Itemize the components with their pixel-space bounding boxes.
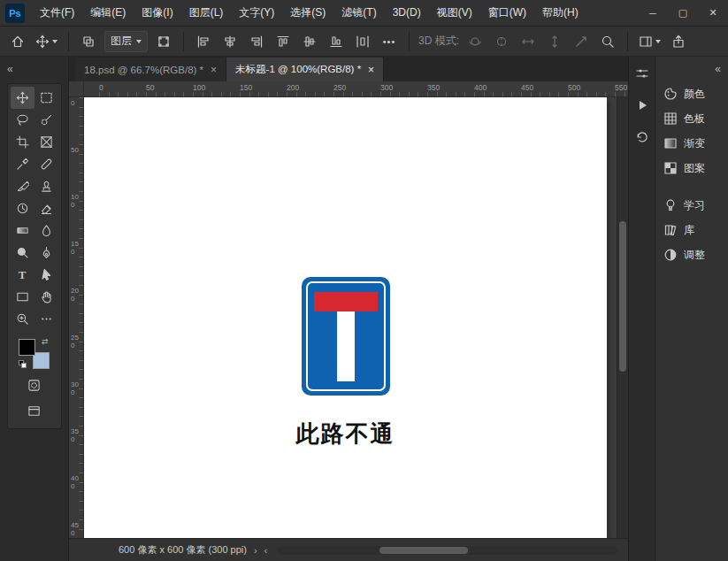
current-tool-button[interactable] [34, 31, 59, 52]
quick-mask-button[interactable] [22, 374, 46, 396]
edit-toolbar-button[interactable] [34, 308, 58, 330]
rectangular-marquee-tool[interactable] [34, 87, 58, 109]
3d-orbit-button[interactable] [464, 31, 486, 52]
foreground-color-swatch[interactable] [19, 339, 35, 356]
app-logo[interactable]: Ps [5, 4, 25, 23]
ruler-mark: 300 [380, 83, 393, 92]
blur-tool[interactable] [34, 219, 58, 242]
history-icon [635, 130, 649, 144]
move-tool[interactable] [11, 87, 34, 109]
panel-item-adjustments[interactable]: 调整 [655, 242, 728, 267]
3d-roll-button[interactable] [491, 31, 512, 52]
panel-item-swatches[interactable]: 色板 [655, 106, 728, 131]
menu-select[interactable]: 选择(S) [282, 0, 333, 26]
home-button[interactable] [7, 31, 28, 52]
brush-tool[interactable] [11, 175, 34, 197]
document-canvas[interactable]: 此路不通 [84, 97, 607, 538]
horizontal-scrollbar[interactable] [278, 546, 617, 555]
3d-slide-button[interactable] [544, 31, 565, 52]
document-tab-active[interactable]: 未标题-1 @ 100%(RGB/8) * × [226, 58, 384, 81]
swap-colors-icon[interactable]: ⇄ [42, 337, 49, 346]
ruler-origin-corner[interactable] [69, 81, 84, 97]
tab-close-icon[interactable]: × [211, 64, 217, 76]
marquee-icon [40, 91, 53, 104]
collapse-panels-icon[interactable]: « [715, 63, 721, 75]
frame-tool[interactable] [34, 131, 58, 153]
minimize-button[interactable]: ─ [638, 0, 668, 26]
default-colors-icon[interactable] [19, 360, 27, 368]
eyedropper-tool[interactable] [11, 153, 34, 175]
hand-tool[interactable] [34, 286, 58, 308]
canvas-area[interactable]: 此路不通 [84, 97, 617, 538]
type-tool[interactable]: T [11, 264, 34, 286]
menu-image[interactable]: 图像(I) [134, 0, 180, 26]
actions-panel-button[interactable] [631, 94, 654, 117]
3d-orbit-icon [468, 35, 482, 49]
menu-type[interactable]: 文字(Y) [231, 0, 282, 26]
menu-edit[interactable]: 编辑(E) [82, 0, 134, 26]
menu-3d[interactable]: 3D(D) [385, 0, 429, 26]
share-button[interactable] [668, 31, 689, 52]
panel-item-color[interactable]: 颜色 [655, 81, 728, 106]
dodge-tool[interactable] [11, 242, 34, 264]
document-area: 18.psd @ 66.7%(RGB/8) * × 未标题-1 @ 100%(R… [69, 57, 628, 561]
panel-item-patterns[interactable]: 图案 [655, 156, 728, 181]
maximize-button[interactable]: ▢ [668, 0, 698, 26]
crop-tool[interactable] [11, 131, 34, 153]
auto-select-toggle[interactable] [78, 31, 99, 52]
menu-file[interactable]: 文件(F) [32, 0, 82, 26]
history-brush-tool[interactable] [11, 197, 34, 219]
3d-scale-button[interactable] [571, 31, 592, 52]
panel-item-learn[interactable]: 学习 [655, 193, 728, 218]
panel-item-gradients[interactable]: 渐变 [655, 131, 728, 156]
collapse-tools-icon[interactable]: « [7, 63, 13, 75]
vertical-ruler[interactable]: 0 50 100 150 200 250 300 350 400 450 [69, 97, 84, 538]
path-selection-tool[interactable] [34, 264, 58, 286]
align-left-button[interactable] [193, 31, 214, 52]
align-middle-button[interactable] [299, 31, 320, 52]
align-bottom-button[interactable] [326, 31, 347, 52]
zoom-tool[interactable] [11, 308, 34, 330]
workspace-button[interactable] [637, 31, 663, 52]
separator [627, 32, 628, 51]
gradient-tool[interactable] [11, 219, 34, 242]
clone-stamp-tool[interactable] [34, 175, 58, 197]
menu-help[interactable]: 帮助(H) [534, 0, 586, 26]
tools-dock: « [0, 57, 69, 561]
align-top-button[interactable] [272, 31, 294, 52]
ruler-mark: 450 [521, 83, 533, 92]
color-wheel-icon [663, 87, 678, 101]
menu-filter[interactable]: 滤镜(T) [333, 0, 384, 26]
properties-panel-button[interactable] [631, 62, 654, 85]
tab-close-icon[interactable]: × [368, 64, 374, 76]
align-right-button[interactable] [246, 31, 267, 52]
align-center-h-button[interactable] [219, 31, 241, 52]
rectangle-tool[interactable] [11, 286, 34, 308]
menu-view[interactable]: 视图(V) [429, 0, 480, 26]
more-align-options-button[interactable]: ••• [379, 31, 400, 52]
spot-healing-brush-tool[interactable] [34, 153, 58, 175]
vertical-scrollbar-thumb[interactable] [619, 221, 626, 372]
scroll-left-icon[interactable]: ‹ [264, 545, 268, 556]
3d-pan-button[interactable] [517, 31, 539, 52]
horizontal-ruler[interactable]: 0 50 100 150 200 250 300 350 400 450 500… [84, 81, 628, 97]
menu-layer[interactable]: 图层(L) [181, 0, 232, 26]
auto-select-target-dropdown[interactable]: 图层 [104, 31, 148, 52]
horizontal-scrollbar-thumb[interactable] [379, 547, 468, 554]
eraser-tool[interactable] [34, 197, 58, 219]
history-panel-button[interactable] [631, 126, 654, 149]
pen-tool[interactable] [34, 242, 58, 264]
close-button[interactable]: ✕ [698, 0, 728, 26]
transform-controls-toggle[interactable] [153, 31, 174, 52]
menu-window[interactable]: 窗口(W) [480, 0, 534, 26]
document-tab[interactable]: 18.psd @ 66.7%(RGB/8) * × [75, 58, 226, 81]
ruler-mark: 500 [568, 83, 580, 92]
screen-mode-button[interactable] [22, 400, 46, 422]
distribute-button[interactable] [352, 31, 373, 52]
quick-selection-tool[interactable] [34, 109, 58, 131]
search-button[interactable] [597, 31, 618, 52]
panel-item-libraries[interactable]: 库 [655, 218, 728, 242]
vertical-scrollbar[interactable] [617, 97, 628, 538]
status-options-icon[interactable]: › [254, 545, 257, 556]
lasso-tool[interactable] [11, 109, 34, 131]
